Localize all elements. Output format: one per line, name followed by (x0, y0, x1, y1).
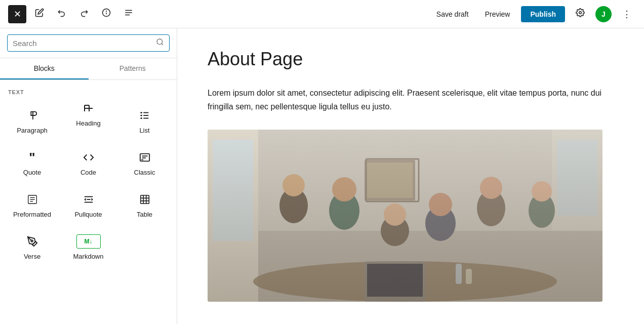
pullquote-icon (83, 192, 94, 207)
page-body[interactable]: Lorem ipsum dolor sit amet, consectetur … (208, 86, 602, 113)
block-item-paragraph[interactable]: Paragraph (4, 100, 60, 142)
photo-block (208, 130, 602, 302)
publish-button[interactable]: Publish (521, 6, 565, 22)
svg-line-8 (162, 44, 163, 45)
avatar[interactable]: J (595, 6, 612, 22)
block-item-table[interactable]: Table (116, 184, 173, 226)
toolbar-right: Save draft Preview Publish J ⋮ (431, 5, 636, 23)
structure-button[interactable] (119, 5, 138, 23)
block-item-code[interactable]: Code (60, 142, 116, 184)
info-icon (102, 8, 111, 20)
markdown-icon: M↓ (76, 234, 101, 249)
block-label-table: Table (137, 211, 152, 218)
block-label-list: List (139, 127, 149, 134)
tab-patterns[interactable]: Patterns (89, 58, 177, 79)
save-draft-button[interactable]: Save draft (431, 7, 474, 21)
block-label-pullquote: Pullquote (74, 211, 102, 218)
close-button[interactable]: ✕ (8, 5, 26, 23)
section-label-text: TEXT (0, 80, 177, 100)
pencil-icon (35, 8, 44, 20)
block-item-heading[interactable]: Heading (60, 100, 116, 142)
toolbar: ✕ Save draft Pr (0, 0, 644, 28)
page-title[interactable]: About Page (208, 49, 614, 70)
block-label-markdown: Markdown (73, 253, 104, 260)
block-label-classic: Classic (134, 169, 155, 176)
settings-button[interactable] (571, 5, 589, 23)
content-area: About Page Lorem ipsum dolor sit amet, c… (177, 28, 644, 324)
table-icon (139, 192, 150, 207)
block-label-paragraph: Paragraph (17, 127, 48, 134)
block-label-code: Code (80, 169, 96, 176)
edit-button[interactable] (30, 5, 49, 23)
svg-point-35 (31, 240, 33, 242)
quote-icon: " (29, 150, 35, 165)
block-item-verse[interactable]: Verse (4, 226, 60, 268)
paragraph-icon (27, 108, 38, 123)
more-icon: ⋮ (622, 9, 631, 20)
svg-point-7 (157, 39, 163, 45)
preview-button[interactable]: Preview (480, 7, 515, 21)
info-button[interactable] (97, 5, 115, 23)
block-item-preformatted[interactable]: Preformatted (4, 184, 60, 226)
sidebar: Blocks Patterns TEXT Paragraph (0, 28, 177, 324)
list-block-icon (139, 108, 150, 123)
redo-button[interactable] (75, 5, 93, 23)
redo-icon (79, 8, 89, 20)
close-icon: ✕ (14, 9, 21, 20)
search-container (7, 34, 170, 52)
block-item-classic[interactable]: Classic (116, 142, 173, 184)
search-input[interactable] (13, 39, 156, 48)
search-icon (156, 38, 164, 48)
block-item-markdown[interactable]: M↓ Markdown (60, 226, 116, 268)
list-icon (124, 8, 133, 20)
svg-rect-23 (141, 159, 143, 160)
undo-button[interactable] (53, 5, 71, 23)
photo-overlay (208, 130, 602, 302)
gear-icon (576, 8, 585, 20)
block-item-quote[interactable]: " Quote (4, 142, 60, 184)
block-label-preformatted: Preformatted (13, 211, 51, 218)
tabs-bar: Blocks Patterns (0, 58, 177, 80)
block-label-heading: Heading (76, 119, 100, 127)
blocks-grid: Paragraph Heading List (0, 100, 177, 268)
block-item-pullquote[interactable]: Pullquote (60, 184, 116, 226)
classic-icon (139, 150, 150, 165)
heading-icon2 (83, 101, 95, 115)
tab-blocks[interactable]: Blocks (0, 58, 89, 79)
verse-icon (27, 234, 38, 249)
toolbar-left: ✕ (8, 5, 138, 23)
svg-point-6 (579, 12, 582, 14)
preformatted-icon (27, 192, 38, 207)
block-item-list[interactable]: List (116, 100, 173, 142)
main-layout: Blocks Patterns TEXT Paragraph (0, 28, 644, 324)
undo-icon (57, 8, 66, 20)
more-menu-button[interactable]: ⋮ (618, 5, 636, 23)
page-image (208, 130, 602, 302)
block-label-verse: Verse (24, 253, 41, 260)
svg-rect-30 (140, 195, 149, 204)
search-section (0, 28, 177, 58)
search-button[interactable] (156, 38, 164, 48)
code-icon (83, 150, 94, 165)
block-label-quote: Quote (23, 169, 41, 176)
